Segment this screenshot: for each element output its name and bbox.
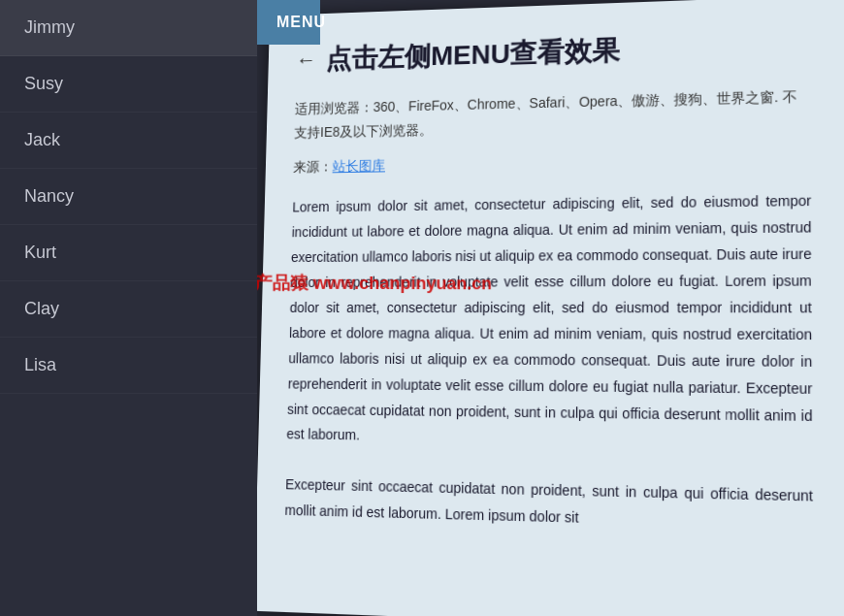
page-body-2: Excepteur sint occaecat cupidatat non pr…	[284, 472, 813, 538]
page-body-1: Lorem ipsum dolor sit amet, consectetur …	[286, 189, 813, 458]
sidebar-item-jack[interactable]: Jack	[0, 113, 257, 169]
arrow-icon: ←	[296, 48, 317, 73]
sidebar-item-lisa[interactable]: Lisa	[0, 338, 257, 394]
menu-button[interactable]: MENU	[257, 0, 320, 45]
source-label: 来源：	[293, 159, 333, 175]
menu-tab: MENU	[257, 0, 844, 45]
page-panel[interactable]: ← 点击左侧MENU查看效果 适用浏览器：360、FireFox、Chrome、…	[257, 0, 844, 616]
page-subtitle: 适用浏览器：360、FireFox、Chrome、Safari、Opera、傲游…	[294, 84, 811, 146]
sidebar-item-jimmy[interactable]: Jimmy	[0, 0, 257, 56]
sidebar-item-nancy[interactable]: Nancy	[0, 169, 257, 225]
sidebar-item-kurt[interactable]: Kurt	[0, 225, 257, 281]
sidebar-items: JimmySusyJackNancyKurtClayLisa	[0, 0, 257, 394]
source-link[interactable]: 站长图库	[333, 158, 386, 175]
main-content-wrapper: MENU 产品猿 www.chanpinyuan.cn ← 点击左侧MENU查看…	[257, 0, 844, 616]
sidebar-item-clay[interactable]: Clay	[0, 281, 257, 338]
sidebar-item-susy[interactable]: Susy	[0, 56, 257, 113]
source-line: 来源：站长图库	[293, 150, 811, 178]
sidebar: JimmySusyJackNancyKurtClayLisa	[0, 0, 257, 616]
